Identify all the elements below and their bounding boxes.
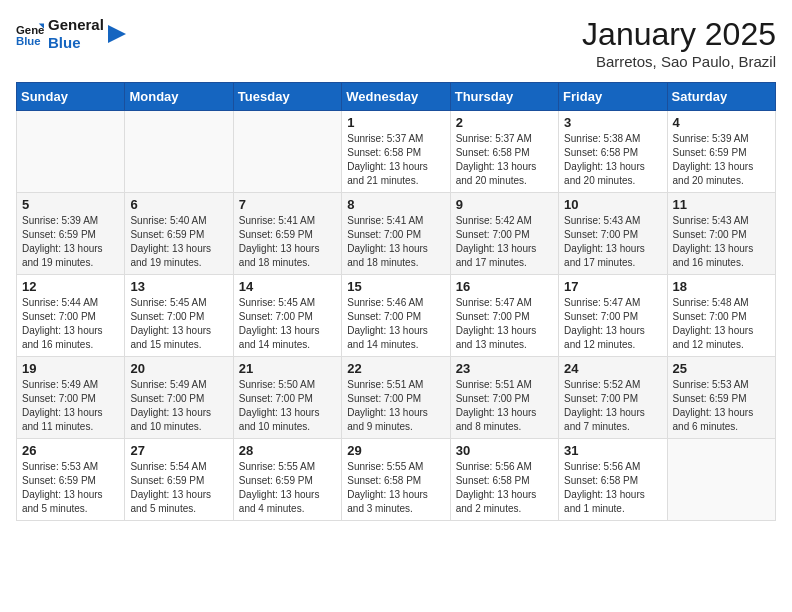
- calendar-week-2: 5Sunrise: 5:39 AM Sunset: 6:59 PM Daylig…: [17, 193, 776, 275]
- day-number: 9: [456, 197, 553, 212]
- col-header-thursday: Thursday: [450, 83, 558, 111]
- calendar-cell: 10Sunrise: 5:43 AM Sunset: 7:00 PM Dayli…: [559, 193, 667, 275]
- calendar-cell: 20Sunrise: 5:49 AM Sunset: 7:00 PM Dayli…: [125, 357, 233, 439]
- day-info: Sunrise: 5:40 AM Sunset: 6:59 PM Dayligh…: [130, 214, 227, 270]
- calendar-cell: 23Sunrise: 5:51 AM Sunset: 7:00 PM Dayli…: [450, 357, 558, 439]
- calendar-cell: 16Sunrise: 5:47 AM Sunset: 7:00 PM Dayli…: [450, 275, 558, 357]
- calendar-cell: 24Sunrise: 5:52 AM Sunset: 7:00 PM Dayli…: [559, 357, 667, 439]
- col-header-tuesday: Tuesday: [233, 83, 341, 111]
- calendar-cell: 31Sunrise: 5:56 AM Sunset: 6:58 PM Dayli…: [559, 439, 667, 521]
- day-info: Sunrise: 5:48 AM Sunset: 7:00 PM Dayligh…: [673, 296, 770, 352]
- day-info: Sunrise: 5:47 AM Sunset: 7:00 PM Dayligh…: [456, 296, 553, 352]
- day-number: 24: [564, 361, 661, 376]
- day-number: 4: [673, 115, 770, 130]
- day-number: 1: [347, 115, 444, 130]
- day-info: Sunrise: 5:55 AM Sunset: 6:58 PM Dayligh…: [347, 460, 444, 516]
- calendar-cell: 6Sunrise: 5:40 AM Sunset: 6:59 PM Daylig…: [125, 193, 233, 275]
- day-info: Sunrise: 5:47 AM Sunset: 7:00 PM Dayligh…: [564, 296, 661, 352]
- page-header: General Blue General Blue January 2025 B…: [16, 16, 776, 70]
- day-number: 15: [347, 279, 444, 294]
- logo-icon: General Blue: [16, 20, 44, 48]
- calendar-cell: 13Sunrise: 5:45 AM Sunset: 7:00 PM Dayli…: [125, 275, 233, 357]
- day-info: Sunrise: 5:49 AM Sunset: 7:00 PM Dayligh…: [22, 378, 119, 434]
- logo-general: General: [48, 16, 104, 34]
- day-number: 16: [456, 279, 553, 294]
- day-number: 30: [456, 443, 553, 458]
- calendar-cell: [667, 439, 775, 521]
- day-info: Sunrise: 5:45 AM Sunset: 7:00 PM Dayligh…: [239, 296, 336, 352]
- calendar-cell: 14Sunrise: 5:45 AM Sunset: 7:00 PM Dayli…: [233, 275, 341, 357]
- day-number: 19: [22, 361, 119, 376]
- calendar-cell: [233, 111, 341, 193]
- calendar-cell: 8Sunrise: 5:41 AM Sunset: 7:00 PM Daylig…: [342, 193, 450, 275]
- day-number: 20: [130, 361, 227, 376]
- calendar-title: January 2025: [582, 16, 776, 53]
- day-info: Sunrise: 5:56 AM Sunset: 6:58 PM Dayligh…: [564, 460, 661, 516]
- col-header-wednesday: Wednesday: [342, 83, 450, 111]
- day-number: 10: [564, 197, 661, 212]
- day-info: Sunrise: 5:49 AM Sunset: 7:00 PM Dayligh…: [130, 378, 227, 434]
- day-number: 28: [239, 443, 336, 458]
- day-info: Sunrise: 5:37 AM Sunset: 6:58 PM Dayligh…: [456, 132, 553, 188]
- calendar-header: SundayMondayTuesdayWednesdayThursdayFrid…: [17, 83, 776, 111]
- day-number: 31: [564, 443, 661, 458]
- calendar-cell: 4Sunrise: 5:39 AM Sunset: 6:59 PM Daylig…: [667, 111, 775, 193]
- day-number: 25: [673, 361, 770, 376]
- col-header-monday: Monday: [125, 83, 233, 111]
- day-info: Sunrise: 5:41 AM Sunset: 6:59 PM Dayligh…: [239, 214, 336, 270]
- day-number: 8: [347, 197, 444, 212]
- day-info: Sunrise: 5:51 AM Sunset: 7:00 PM Dayligh…: [347, 378, 444, 434]
- calendar-cell: 7Sunrise: 5:41 AM Sunset: 6:59 PM Daylig…: [233, 193, 341, 275]
- calendar-cell: 28Sunrise: 5:55 AM Sunset: 6:59 PM Dayli…: [233, 439, 341, 521]
- day-number: 3: [564, 115, 661, 130]
- calendar-cell: 25Sunrise: 5:53 AM Sunset: 6:59 PM Dayli…: [667, 357, 775, 439]
- calendar-cell: 30Sunrise: 5:56 AM Sunset: 6:58 PM Dayli…: [450, 439, 558, 521]
- logo-blue: Blue: [48, 34, 104, 52]
- col-header-saturday: Saturday: [667, 83, 775, 111]
- calendar-subtitle: Barretos, Sao Paulo, Brazil: [582, 53, 776, 70]
- title-block: January 2025 Barretos, Sao Paulo, Brazil: [582, 16, 776, 70]
- col-header-sunday: Sunday: [17, 83, 125, 111]
- day-info: Sunrise: 5:39 AM Sunset: 6:59 PM Dayligh…: [22, 214, 119, 270]
- day-info: Sunrise: 5:39 AM Sunset: 6:59 PM Dayligh…: [673, 132, 770, 188]
- calendar-cell: 19Sunrise: 5:49 AM Sunset: 7:00 PM Dayli…: [17, 357, 125, 439]
- calendar-cell: 9Sunrise: 5:42 AM Sunset: 7:00 PM Daylig…: [450, 193, 558, 275]
- day-number: 11: [673, 197, 770, 212]
- day-info: Sunrise: 5:38 AM Sunset: 6:58 PM Dayligh…: [564, 132, 661, 188]
- logo: General Blue General Blue: [16, 16, 126, 52]
- calendar-cell: 15Sunrise: 5:46 AM Sunset: 7:00 PM Dayli…: [342, 275, 450, 357]
- day-number: 29: [347, 443, 444, 458]
- day-info: Sunrise: 5:45 AM Sunset: 7:00 PM Dayligh…: [130, 296, 227, 352]
- day-number: 12: [22, 279, 119, 294]
- day-info: Sunrise: 5:42 AM Sunset: 7:00 PM Dayligh…: [456, 214, 553, 270]
- calendar-week-1: 1Sunrise: 5:37 AM Sunset: 6:58 PM Daylig…: [17, 111, 776, 193]
- day-number: 23: [456, 361, 553, 376]
- day-info: Sunrise: 5:50 AM Sunset: 7:00 PM Dayligh…: [239, 378, 336, 434]
- calendar-cell: 17Sunrise: 5:47 AM Sunset: 7:00 PM Dayli…: [559, 275, 667, 357]
- day-info: Sunrise: 5:55 AM Sunset: 6:59 PM Dayligh…: [239, 460, 336, 516]
- day-info: Sunrise: 5:46 AM Sunset: 7:00 PM Dayligh…: [347, 296, 444, 352]
- day-info: Sunrise: 5:52 AM Sunset: 7:00 PM Dayligh…: [564, 378, 661, 434]
- day-number: 21: [239, 361, 336, 376]
- day-number: 17: [564, 279, 661, 294]
- calendar-cell: 11Sunrise: 5:43 AM Sunset: 7:00 PM Dayli…: [667, 193, 775, 275]
- calendar-cell: [125, 111, 233, 193]
- day-number: 26: [22, 443, 119, 458]
- calendar-table: SundayMondayTuesdayWednesdayThursdayFrid…: [16, 82, 776, 521]
- calendar-week-3: 12Sunrise: 5:44 AM Sunset: 7:00 PM Dayli…: [17, 275, 776, 357]
- day-info: Sunrise: 5:43 AM Sunset: 7:00 PM Dayligh…: [564, 214, 661, 270]
- calendar-cell: 21Sunrise: 5:50 AM Sunset: 7:00 PM Dayli…: [233, 357, 341, 439]
- svg-marker-3: [108, 25, 126, 43]
- day-info: Sunrise: 5:44 AM Sunset: 7:00 PM Dayligh…: [22, 296, 119, 352]
- calendar-cell: 1Sunrise: 5:37 AM Sunset: 6:58 PM Daylig…: [342, 111, 450, 193]
- day-number: 2: [456, 115, 553, 130]
- day-number: 27: [130, 443, 227, 458]
- calendar-cell: 3Sunrise: 5:38 AM Sunset: 6:58 PM Daylig…: [559, 111, 667, 193]
- logo-arrow-icon: [108, 25, 126, 43]
- day-number: 14: [239, 279, 336, 294]
- day-number: 7: [239, 197, 336, 212]
- day-number: 6: [130, 197, 227, 212]
- calendar-week-5: 26Sunrise: 5:53 AM Sunset: 6:59 PM Dayli…: [17, 439, 776, 521]
- calendar-cell: 22Sunrise: 5:51 AM Sunset: 7:00 PM Dayli…: [342, 357, 450, 439]
- calendar-cell: 26Sunrise: 5:53 AM Sunset: 6:59 PM Dayli…: [17, 439, 125, 521]
